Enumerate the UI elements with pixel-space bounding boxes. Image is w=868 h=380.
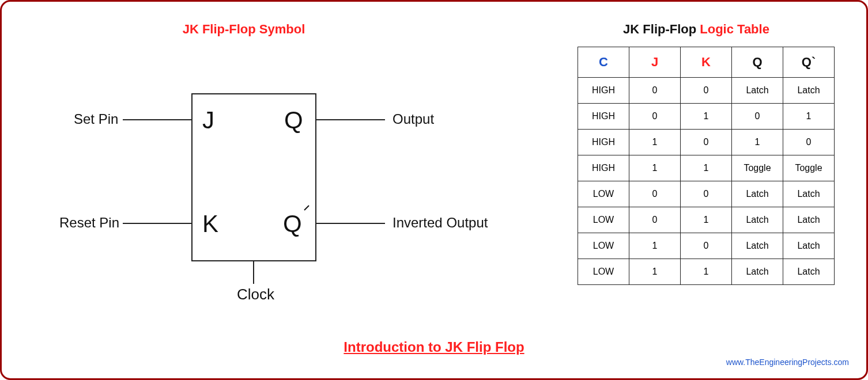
table-cell-q: Toggle — [732, 155, 783, 181]
table-cell-j: 1 — [629, 233, 681, 259]
table-row: LOW01LatchLatch — [578, 207, 835, 233]
table-cell-q: 1 — [732, 130, 783, 155]
table-title: JK Flip-Flop Logic Table — [567, 22, 826, 37]
k-pin-label: K — [202, 210, 218, 237]
table-header-row: C J K Q Q` — [578, 47, 835, 78]
q-pin-label: Q — [284, 107, 303, 134]
table-cell-k: 0 — [681, 233, 732, 259]
table-row: HIGH11ToggleToggle — [578, 155, 835, 181]
table-cell-qbar: Latch — [783, 181, 835, 207]
inv-output-text: Inverted Output — [393, 215, 488, 230]
table-cell-c: HIGH — [578, 130, 629, 155]
table-cell-qbar: 0 — [783, 130, 835, 155]
table-body: HIGH00LatchLatchHIGH0101HIGH1010HIGH11To… — [578, 78, 835, 285]
clock-text: Clock — [237, 286, 275, 301]
table-row: LOW11LatchLatch — [578, 259, 835, 285]
table-cell-q: Latch — [732, 233, 783, 259]
output-text: Output — [393, 111, 434, 127]
table-cell-k: 1 — [681, 207, 732, 233]
table-title-plain: JK Flip-Flop — [623, 22, 700, 36]
table-cell-qbar: Latch — [783, 207, 835, 233]
set-pin-text: Set Pin — [74, 111, 118, 127]
footer-title: Introduction to JK Flip Flop — [2, 339, 866, 355]
table-row: LOW00LatchLatch — [578, 181, 835, 207]
table-row: HIGH00LatchLatch — [578, 78, 835, 104]
reset-pin-text: Reset Pin — [59, 215, 119, 230]
table-cell-qbar: Latch — [783, 259, 835, 285]
symbol-area: J K Q Q Set Pin Reset Pin Output Inverte… — [42, 71, 492, 301]
table-cell-c: LOW — [578, 207, 629, 233]
table-cell-k: 1 — [681, 259, 732, 285]
th-qbar: Q` — [783, 47, 835, 78]
table-cell-qbar: Toggle — [783, 155, 835, 181]
table-cell-k: 1 — [681, 155, 732, 181]
qbar-pin-label: Q — [283, 210, 302, 237]
table-cell-q: 0 — [732, 104, 783, 130]
table-cell-c: HIGH — [578, 78, 629, 104]
table-cell-c: LOW — [578, 181, 629, 207]
th-c: C — [578, 47, 629, 78]
table-cell-c: LOW — [578, 259, 629, 285]
table-cell-j: 0 — [629, 78, 681, 104]
table-cell-q: Latch — [732, 78, 783, 104]
table-row: HIGH0101 — [578, 104, 835, 130]
symbol-title: JK Flip-Flop Symbol — [42, 22, 446, 37]
table-cell-c: HIGH — [578, 104, 629, 130]
table-title-red: Logic Table — [700, 22, 769, 36]
table-cell-q: Latch — [732, 259, 783, 285]
table-cell-j: 0 — [629, 181, 681, 207]
qbar-prime-mark — [304, 206, 309, 210]
diagram-frame: JK Flip-Flop Symbol JK Flip-Flop Logic T… — [0, 0, 868, 380]
j-pin-label: J — [202, 107, 214, 134]
table-row: HIGH1010 — [578, 130, 835, 155]
attribution-link: www.TheEngineeringProjects.com — [726, 358, 849, 367]
table-cell-j: 1 — [629, 259, 681, 285]
th-q: Q — [732, 47, 783, 78]
table-row: LOW10LatchLatch — [578, 233, 835, 259]
table-cell-j: 0 — [629, 207, 681, 233]
th-k: K — [681, 47, 732, 78]
table-cell-k: 0 — [681, 78, 732, 104]
logic-table: C J K Q Q` HIGH00LatchLatchHIGH0101HIGH1… — [578, 47, 835, 285]
table-cell-q: Latch — [732, 207, 783, 233]
table-cell-qbar: Latch — [783, 78, 835, 104]
table-cell-q: Latch — [732, 181, 783, 207]
flipflop-symbol-svg: J K Q Q Set Pin Reset Pin Output Inverte… — [42, 71, 492, 301]
table-cell-qbar: 1 — [783, 104, 835, 130]
table-cell-qbar: Latch — [783, 233, 835, 259]
table-cell-j: 0 — [629, 104, 681, 130]
table-cell-k: 0 — [681, 130, 732, 155]
table-cell-k: 0 — [681, 181, 732, 207]
th-j: J — [629, 47, 681, 78]
table-cell-j: 1 — [629, 130, 681, 155]
table-cell-c: HIGH — [578, 155, 629, 181]
table-cell-c: LOW — [578, 233, 629, 259]
table-cell-k: 1 — [681, 104, 732, 130]
table-cell-j: 1 — [629, 155, 681, 181]
